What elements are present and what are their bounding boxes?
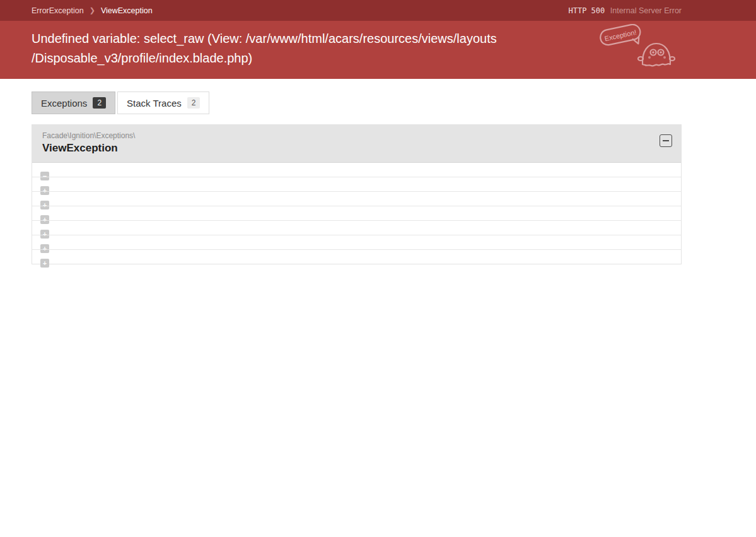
tab-badge: 2 <box>187 97 201 109</box>
expand-frame-icon[interactable]: + <box>40 259 49 268</box>
tabs: Exceptions2Stack Traces2 <box>32 91 682 114</box>
stack-frame: + <box>32 177 681 191</box>
panel-header: Facade\Ignition\Exceptions\ ViewExceptio… <box>32 125 681 163</box>
stack-frame: + <box>32 220 681 235</box>
tab-label: Stack Traces <box>127 98 182 109</box>
frames: −++++++ <box>32 163 681 264</box>
tab-label: Exceptions <box>41 98 87 109</box>
breadcrumb-chevron-icon: ❯ <box>90 6 95 15</box>
exception-header: Undefined variable: select_raw (View: /v… <box>0 21 756 79</box>
collapse-panel-button[interactable] <box>660 134 672 147</box>
stack-frame: + <box>32 249 681 264</box>
stack-frame: + <box>32 235 681 249</box>
exception-namespace: Facade\Ignition\Exceptions\ <box>42 131 671 141</box>
tab-exceptions[interactable]: Exceptions2 <box>32 91 115 114</box>
exception-class: ViewException <box>42 141 671 155</box>
breadcrumb: ErrorException❯ViewException <box>32 6 153 15</box>
tab-stack-traces[interactable]: Stack Traces2 <box>117 91 209 114</box>
exception-panel: Facade\Ignition\Exceptions\ ViewExceptio… <box>32 124 682 264</box>
stack-frame: + <box>32 206 681 220</box>
tab-badge: 2 <box>93 97 106 109</box>
topbar: ErrorException❯ViewException HTTP 500 In… <box>0 0 756 21</box>
http-status-text: Internal Server Error <box>610 6 682 15</box>
http-status: HTTP 500 Internal Server Error <box>568 6 682 15</box>
exception-message: Undefined variable: select_raw (View: /v… <box>32 29 586 68</box>
breadcrumb-item[interactable]: ErrorException <box>32 6 84 15</box>
stack-frame: + <box>32 191 681 206</box>
stack-frame: − <box>32 163 681 177</box>
ghost-mascot-icon: Exception! <box>596 24 682 73</box>
breadcrumb-item[interactable]: ViewException <box>101 6 153 15</box>
http-status-code: HTTP 500 <box>568 6 605 15</box>
